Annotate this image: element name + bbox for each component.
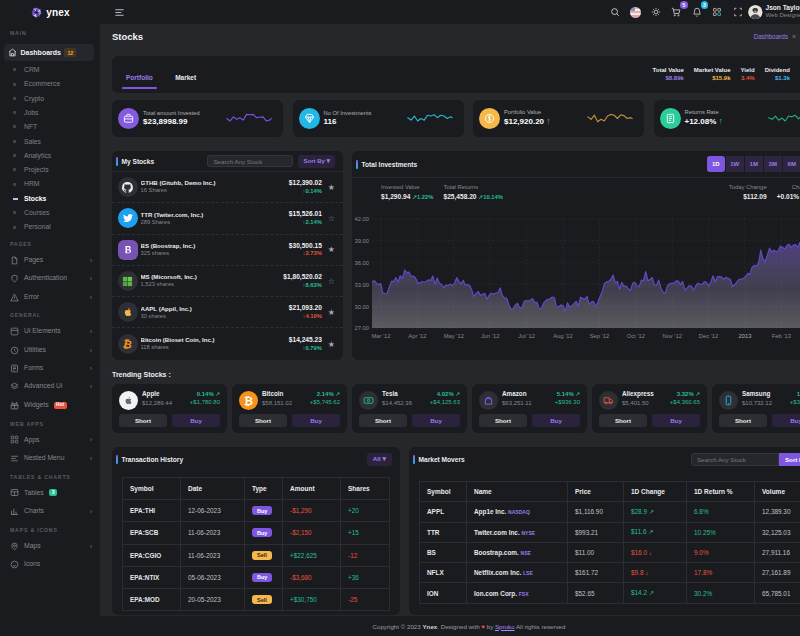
svg-text:33.00: 33.00 <box>354 282 369 288</box>
svg-text:42.00: 42.00 <box>354 216 369 222</box>
svg-text:May '12: May '12 <box>444 333 464 339</box>
svg-text:39.00: 39.00 <box>354 238 369 244</box>
svg-text:27.00: 27.00 <box>354 325 369 331</box>
svg-text:Sep '12: Sep '12 <box>590 333 609 339</box>
svg-text:Jul '12: Jul '12 <box>518 333 535 339</box>
svg-text:Nov '12: Nov '12 <box>662 333 681 339</box>
svg-text:Mar '12: Mar '12 <box>371 333 390 339</box>
svg-text:Feb '13: Feb '13 <box>772 333 791 339</box>
svg-text:Aug '12: Aug '12 <box>553 333 572 339</box>
svg-text:Oct '12: Oct '12 <box>627 333 645 339</box>
svg-text:30.00: 30.00 <box>354 304 369 310</box>
svg-text:Apr '12: Apr '12 <box>408 333 426 339</box>
svg-text:Dec '12: Dec '12 <box>699 333 718 339</box>
svg-text:2013: 2013 <box>739 333 752 339</box>
svg-text:Jun '12: Jun '12 <box>481 333 500 339</box>
svg-text:36.00: 36.00 <box>354 260 369 266</box>
